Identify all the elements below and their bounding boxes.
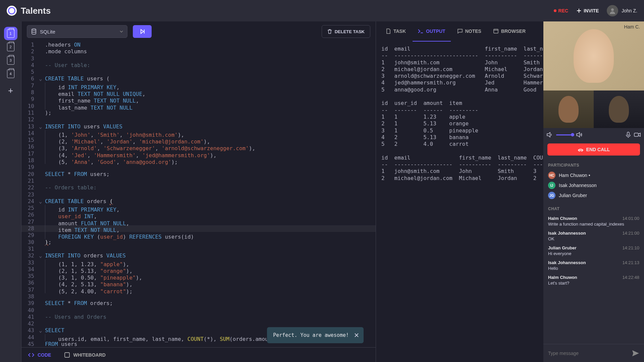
code-line[interactable]: 36 (4, 2, 5.13, "banana"),: [21, 280, 376, 286]
sidebar-task-2[interactable]: 2: [4, 40, 17, 54]
volume-slider[interactable]: [556, 134, 573, 135]
code-line[interactable]: 29 FOREIGN KEY (user_id) REFERENCES user…: [21, 232, 376, 239]
svg-rect-3: [65, 353, 69, 357]
toast-message: Perfect. You are awesome!: [273, 332, 349, 338]
tab-browser-label: BROWSER: [501, 28, 526, 34]
sidebar-task-1[interactable]: 1: [4, 27, 17, 40]
participant-row[interactable]: HCHam Chuwon •: [548, 170, 639, 180]
code-line[interactable]: 28 item TEXT NOT NULL,: [21, 225, 376, 232]
code-line[interactable]: 5: [21, 69, 376, 75]
code-line[interactable]: 2.mode columns: [21, 48, 376, 55]
code-line[interactable]: 32⌄INSERT INTO orders VALUES: [21, 252, 376, 259]
chat-list[interactable]: Halm Chuwon14:01:00Write a function name…: [543, 214, 644, 344]
code-line[interactable]: 31: [21, 246, 376, 252]
video-main-name: Ham C.: [624, 24, 640, 29]
tab-code[interactable]: CODE: [28, 352, 51, 358]
sidebar-task-3[interactable]: 3: [4, 54, 17, 67]
volume-down-icon[interactable]: [547, 132, 553, 137]
code-line[interactable]: 4-- User table:: [21, 62, 376, 69]
code-line[interactable]: 35 (3, 1, 0.50, "pineapple"),: [21, 273, 376, 280]
toast-notification: Perfect. You are awesome!: [267, 327, 364, 343]
participant-name: Isak Johannesson: [559, 183, 597, 188]
svg-rect-6: [627, 132, 629, 135]
code-line[interactable]: 7 id INT PRIMARY KEY,: [21, 82, 376, 89]
participants-list: HCHam Chuwon •IJIsak JohannessonJGJulian…: [543, 170, 644, 203]
code-line[interactable]: 1.headers ON: [21, 42, 376, 48]
brand-area: Talents: [7, 6, 51, 16]
tab-output-label: OUTPUT: [426, 28, 445, 34]
sidebar-task-4[interactable]: 4: [4, 67, 17, 80]
code-line[interactable]: 34 (2, 1, 5.13, "orange"),: [21, 266, 376, 273]
clipboard-icon: 3: [7, 56, 14, 65]
code-line[interactable]: 13⌄INSERT INTO users VALUES: [21, 123, 376, 130]
code-line[interactable]: 41-- Users and Orders: [21, 314, 376, 320]
tab-output[interactable]: OUTPUT: [413, 21, 451, 42]
code-line[interactable]: 27 amount FLOAT NOT NULL,: [21, 219, 376, 225]
participant-row[interactable]: JGJulian Gruber: [548, 190, 639, 200]
code-line[interactable]: 17 (4, 'Jed', 'Hammersmith', 'jed@hammer…: [21, 150, 376, 157]
chat-msg-name: Halm Chuwon: [548, 275, 577, 280]
chat-input[interactable]: [548, 351, 629, 356]
code-line[interactable]: 6⌄CREATE TABLE users (: [21, 75, 376, 82]
chat-msg-time: 14:21:10: [622, 245, 639, 250]
code-line[interactable]: 39SELECT * FROM orders;: [21, 300, 376, 307]
microphone-icon[interactable]: [626, 132, 631, 138]
chat-msg-body: OK: [548, 236, 639, 241]
participant-row[interactable]: IJIsak Johannesson: [548, 180, 639, 190]
chat-message: Isak Johannesson14:21:13Hello: [548, 258, 639, 273]
code-line[interactable]: 9 first_name TEXT NOT NULL,: [21, 96, 376, 103]
output-content[interactable]: id email first_name last_name -- -------…: [376, 42, 543, 362]
code-line[interactable]: 25 id INT PRIMARY KEY,: [21, 205, 376, 212]
send-button[interactable]: [632, 350, 639, 357]
logo-icon: [7, 6, 17, 16]
video-thumb-1[interactable]: [543, 90, 594, 128]
code-line[interactable]: 42: [21, 320, 376, 327]
add-task-button[interactable]: +: [4, 84, 17, 97]
tab-task[interactable]: TASK: [381, 21, 411, 42]
invite-button[interactable]: INVITE: [576, 8, 599, 13]
code-line[interactable]: 21: [21, 178, 376, 184]
run-button[interactable]: [133, 25, 152, 38]
tab-whiteboard[interactable]: WHITEBOARD: [64, 352, 105, 358]
code-line[interactable]: 26 user_id INT,: [21, 212, 376, 218]
code-line[interactable]: 8 email TEXT NOT NULL UNIQUE,: [21, 89, 376, 96]
code-line[interactable]: 16 (3, 'Arnold', 'Schwarzenegger', 'arno…: [21, 143, 376, 150]
editor-bottom-tabs: CODE WHITEBOARD: [21, 347, 376, 362]
phone-down-icon: [578, 146, 584, 153]
video-thumb-2[interactable]: [594, 90, 644, 128]
toast-close-button[interactable]: [354, 333, 359, 338]
end-call-button[interactable]: END CALL: [547, 143, 640, 156]
output-tabs: TASK OUTPUT NOTES BROWSER: [376, 21, 543, 42]
chat-msg-time: 14:22:48: [622, 275, 639, 280]
tab-browser[interactable]: BROWSER: [488, 21, 531, 42]
participant-name: Ham Chuwon •: [559, 173, 590, 178]
code-line[interactable]: 37 (5, 2, 4.00, "carrot");: [21, 287, 376, 293]
code-line[interactable]: 3: [21, 55, 376, 62]
code-line[interactable]: 23: [21, 191, 376, 198]
camera-icon[interactable]: [634, 132, 641, 137]
code-line[interactable]: 40: [21, 307, 376, 314]
plus-icon: [576, 8, 582, 13]
chat-message: Julian Gruber14:21:10Hi everyone: [548, 243, 639, 258]
trash-icon: [327, 29, 332, 34]
code-line[interactable]: 14 (1, 'John', 'Smith', 'john@smith.com'…: [21, 130, 376, 137]
participant-avatar-icon: JG: [548, 192, 555, 199]
delete-task-button[interactable]: DELETE TASK: [322, 25, 370, 38]
user-menu[interactable]: John Z.: [607, 5, 637, 16]
code-line[interactable]: 10 last_name TEXT NOT NULL: [21, 103, 376, 110]
chat-msg-name: Halm Chuwon: [548, 216, 577, 221]
volume-up-icon[interactable]: [576, 132, 583, 137]
code-line[interactable]: 20SELECT * FROM users;: [21, 171, 376, 178]
record-indicator[interactable]: REC: [554, 8, 569, 13]
code-line[interactable]: 22-- Orders table:: [21, 184, 376, 191]
tab-notes[interactable]: NOTES: [452, 21, 487, 42]
code-line[interactable]: 33 (1, 1, 1.23, "apple"),: [21, 259, 376, 266]
code-editor[interactable]: 1.headers ON2.mode columns34-- User tabl…: [21, 42, 376, 347]
code-line[interactable]: 12: [21, 116, 376, 123]
video-main[interactable]: Ham C.: [543, 21, 644, 90]
video-thumb-face: [609, 96, 629, 123]
database-select[interactable]: SQLite: [27, 25, 127, 38]
code-line[interactable]: 24⌄CREATE TABLE orders (: [21, 198, 376, 205]
code-line[interactable]: 15 (2, 'Michael', 'Jordan', 'michael@jor…: [21, 137, 376, 143]
chat-heading: CHAT: [543, 203, 644, 214]
